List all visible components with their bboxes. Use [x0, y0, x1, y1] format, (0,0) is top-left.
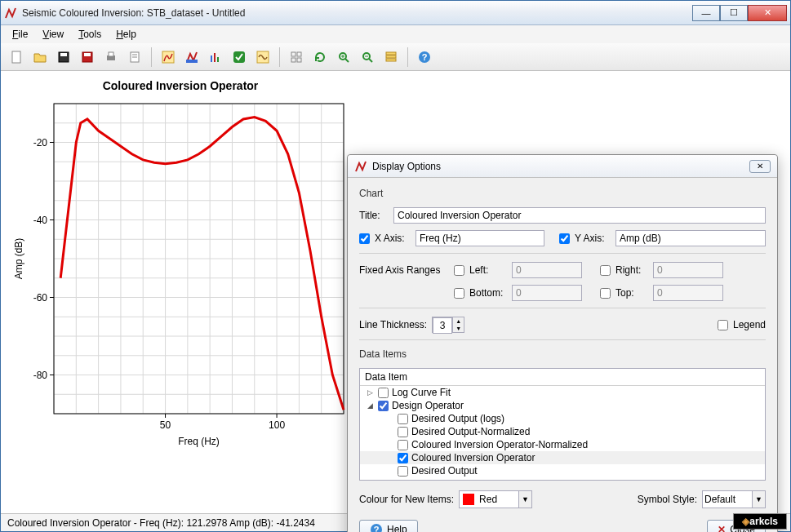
tree-checkbox[interactable] — [398, 466, 408, 477]
tree-item[interactable]: Coloured Inversion Operator-Normalized — [360, 438, 765, 451]
right-checkbox[interactable] — [600, 265, 611, 276]
right-label: Right: — [615, 264, 648, 276]
left-input[interactable] — [512, 262, 582, 278]
xaxis-input[interactable] — [415, 230, 544, 246]
grid-icon[interactable] — [286, 47, 307, 68]
curve-red-icon[interactable] — [158, 47, 179, 68]
tree-collapse-icon[interactable]: ◢ — [365, 401, 375, 410]
help-button[interactable]: ? Help — [359, 520, 418, 532]
bottom-input[interactable] — [512, 285, 582, 301]
title-input[interactable] — [393, 207, 766, 224]
zoom-out-icon[interactable] — [357, 47, 378, 68]
tree-item[interactable]: Coloured Inversion Operator — [360, 451, 765, 464]
thickness-input[interactable] — [433, 317, 452, 334]
svg-rect-19 — [291, 58, 296, 62]
print-icon[interactable] — [100, 47, 122, 68]
spinner-up-icon[interactable]: ▲ — [453, 317, 464, 325]
top-input[interactable] — [653, 285, 723, 301]
dialog-close-icon[interactable]: ✕ — [749, 160, 771, 173]
spinner-down-icon[interactable]: ▼ — [453, 325, 464, 332]
colour-combo[interactable]: Red ▼ — [459, 490, 532, 508]
svg-rect-18 — [297, 52, 301, 56]
menu-tools[interactable]: Tools — [72, 27, 108, 42]
status-text: Coloured Inversion Operator - Freq (Hz):… — [7, 517, 315, 529]
svg-rect-30 — [386, 59, 396, 61]
help-icon[interactable]: ? — [414, 47, 435, 68]
tree-item[interactable]: ◢Design Operator — [360, 399, 765, 412]
minimize-button[interactable]: — — [692, 5, 720, 21]
properties-icon[interactable] — [124, 47, 145, 68]
chevron-down-icon[interactable]: ▼ — [752, 491, 765, 508]
tree-item-label: Coloured Inversion Operator — [411, 452, 535, 463]
legend-checkbox[interactable] — [718, 320, 728, 330]
svg-rect-0 — [12, 51, 20, 63]
menu-help[interactable]: Help — [109, 27, 143, 42]
right-input[interactable] — [653, 262, 723, 278]
stack-icon[interactable] — [380, 47, 402, 68]
svg-text:50: 50 — [160, 419, 171, 431]
tree-item[interactable]: ▷Log Curve Fit — [360, 386, 765, 399]
svg-line-22 — [345, 59, 349, 62]
tree-item-label: Coloured Inversion Operator-Normalized — [411, 439, 588, 450]
display-options-dialog: Display Options ✕ Chart Title: X Axis: Y… — [347, 154, 778, 532]
tree-checkbox[interactable] — [378, 401, 389, 411]
tree-item[interactable]: Desired Output — [360, 464, 765, 477]
tree-checkbox[interactable] — [398, 414, 408, 424]
svg-text:-60: -60 — [33, 292, 48, 304]
svg-text:-40: -40 — [33, 215, 48, 226]
xaxis-checkbox[interactable] — [359, 233, 370, 244]
yaxis-checkbox[interactable] — [559, 233, 570, 244]
yaxis-label: Y Axis: — [575, 233, 611, 244]
data-items-tree[interactable]: Data Item ▷Log Curve Fit◢Design Operator… — [359, 368, 766, 481]
tree-item[interactable]: Desired Output-Normalized — [360, 425, 765, 438]
dialog-title-text: Display Options — [372, 161, 749, 172]
window-title: Seismic Coloured Inversion: STB_dataset … — [22, 7, 692, 19]
symbol-combo[interactable]: Default ▼ — [702, 490, 766, 508]
left-checkbox[interactable] — [454, 265, 464, 276]
maximize-button[interactable]: ☐ — [720, 5, 748, 21]
chart-plot: 50100-20-40-60-80Freq (Hz)Amp (dB) — [9, 95, 352, 454]
svg-text:100: 100 — [269, 419, 285, 431]
save-icon[interactable] — [53, 47, 74, 68]
menu-view[interactable]: View — [36, 27, 70, 42]
bottom-checkbox[interactable] — [454, 288, 464, 299]
tree-item[interactable]: Desired Output (logs) — [360, 412, 765, 425]
svg-rect-17 — [291, 52, 296, 56]
svg-text:Amp (dB): Amp (dB) — [13, 238, 24, 280]
data-items-label: Data Items — [359, 348, 766, 360]
tree-checkbox[interactable] — [398, 427, 408, 437]
close-x-icon: ✕ — [718, 524, 726, 532]
top-checkbox[interactable] — [600, 288, 611, 299]
tree-checkbox[interactable] — [378, 388, 389, 398]
tree-item-label: Desired Output — [411, 465, 478, 477]
svg-rect-29 — [386, 55, 396, 58]
yaxis-input[interactable] — [615, 230, 766, 246]
dialog-titlebar[interactable]: Display Options ✕ — [348, 155, 777, 178]
tree-checkbox[interactable] — [398, 440, 408, 450]
symbol-value: Default — [703, 494, 752, 505]
svg-rect-6 — [109, 52, 113, 56]
refresh-icon[interactable] — [309, 47, 331, 68]
save-red-icon[interactable] — [77, 47, 98, 68]
tree-expand-icon[interactable]: ▷ — [365, 388, 375, 397]
curve-blue-icon[interactable] — [181, 47, 202, 68]
svg-rect-20 — [297, 58, 301, 62]
bottom-label: Bottom: — [469, 287, 507, 299]
chevron-down-icon[interactable]: ▼ — [518, 491, 531, 508]
svg-rect-14 — [217, 57, 219, 62]
chart-panel: Coloured Inversion Operator 50100-20-40-… — [9, 79, 352, 479]
svg-text:?: ? — [374, 525, 380, 532]
thickness-spinner[interactable]: ▲▼ — [432, 317, 464, 333]
bars-icon[interactable] — [205, 47, 226, 68]
svg-text:?: ? — [422, 52, 428, 62]
tree-checkbox[interactable] — [398, 453, 408, 463]
zoom-in-icon[interactable] — [333, 47, 354, 68]
close-button[interactable]: ✕ — [748, 5, 787, 21]
check-green-icon[interactable] — [229, 47, 250, 68]
curve-brown-icon[interactable] — [252, 47, 273, 68]
thickness-label: Line Thickness: — [359, 319, 427, 330]
menu-file[interactable]: File — [6, 27, 34, 42]
colour-value: Red — [478, 494, 518, 505]
open-icon[interactable] — [29, 47, 51, 68]
new-icon[interactable] — [6, 47, 27, 68]
